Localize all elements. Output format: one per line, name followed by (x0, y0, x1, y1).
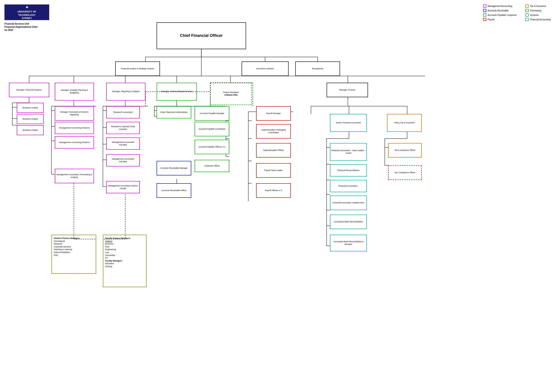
policy-tax-insurance-box: Policy, Tax & Insurance (387, 114, 422, 132)
ap-officers-box: Accounts Payable Officers X 4 (195, 140, 229, 154)
ar-manager-box: Accounts Receivable Manager (157, 161, 191, 175)
payroll-manager-box: Payroll Manager (256, 106, 291, 121)
business-analyst-2-box: Business Analyst (17, 114, 44, 124)
legend-payroll: Payroll (483, 18, 517, 21)
legend-ar: Accounts Receivable (483, 9, 517, 12)
mgmt-acct-forecasting-box: Management Accountant, Forecasting & Ana… (55, 169, 94, 183)
mgr-strategic-planning-box: Manager, Strategic Planning & Budgeting (55, 83, 94, 100)
ap-manager-box: Accounts Payable Manager (195, 106, 229, 121)
research-accountant-box: Research Accountant (106, 106, 140, 118)
ap-coordinator-box: Accounts Payable Coordinator (195, 122, 229, 136)
accountant-bank-recon-box: Accountant Bank Reconciliations (330, 214, 367, 229)
project-managers-box: Project Managers CONSULTING (210, 83, 252, 105)
mgr-financial-systems-box: Manager, Financial Systems (9, 83, 49, 97)
mgmt-acct-divisions-1-box: Management Accounting Divisions (55, 122, 94, 134)
legend-systems: Systems (526, 14, 550, 16)
payroll-team-leader-box: Payroll Team Leader (256, 163, 291, 178)
faculty-finance-managers-box: Faculty Finance Managers Science Busines… (103, 235, 146, 287)
logo: ✦ UNIVERSITY OFTECHNOLOGYSYDNEY (5, 5, 49, 20)
mgr-reporting-box: Manager, Reporting & Analysis (106, 83, 146, 100)
division-finance-managers-box: Division Finance Managers International … (51, 235, 96, 274)
logo-text: ✦ UNIVERSITY OFTECHNOLOGYSYDNEY (17, 5, 36, 20)
financial-acct-student-fees-box: Financial Accountant -Student Fees (330, 196, 367, 210)
senior-financial-accountant-box: Senior Financial Accountant (330, 114, 367, 132)
tax-insurance-officer-box: Tax & Insurance Officer (388, 143, 422, 157)
super-officer-box: Superannuation Officer (256, 143, 291, 157)
legend-col-2: Tax & Insurance Purchasing Systems Finan… (526, 5, 550, 21)
business-analyst-3-box: Business Analyst (17, 125, 44, 135)
super-packaging-box: Superannuation Packaging Coordinator (256, 124, 291, 139)
mgr-exec-divisions-box: Manager, Executive & Divisions Reporting (55, 106, 94, 121)
cfo-box: Chief Financial Officer (157, 22, 246, 49)
legend-purchasing: Purchasing (526, 9, 550, 12)
financial-reconciliations-box: Financial Reconciliations (330, 164, 367, 177)
header-subtitle: Financial Services Unit Proposed Organis… (5, 22, 37, 32)
legend-ap: Accounts Payable/ I-expense (483, 14, 517, 16)
ar-officer-box: Accounts Receivable Officer (157, 183, 191, 198)
financial-acct-team-leader-box: Financial Accountant – Team Leader – Ass… (330, 143, 367, 161)
mgr-finance-shared-box: Manager, Finance Shared Services (157, 83, 197, 100)
mgmt-acct-divisions-2-box: Management Accounting Divisions (55, 136, 94, 149)
business-analyst-1-box: Business Analyst (17, 103, 44, 113)
order-placement-box: Order Placement Administrator (157, 106, 191, 118)
executive-assistant-box: Executive Assistant (241, 61, 289, 76)
payroll-officers-box: Payroll Officers X 5 (256, 183, 291, 198)
legend-financial-accounting: Financial Accounting (526, 18, 550, 21)
tax-compliance-officer-box: Tax Compliance Officer (388, 165, 422, 180)
mgmt-acct-faculties-2-box: Management Accountant Faculties (106, 154, 140, 166)
receptionist-box: Receptionist (295, 61, 340, 76)
financial-accountant-blank-box: Financial Accountant - (330, 180, 367, 192)
accountant-bank-receipts-box: Accountant Bank Reconciliation & Receipt… (330, 235, 367, 251)
legend: Management Accounting Accounts Receivabl… (483, 5, 550, 21)
mgmt-acct-science-box: Management Accountant Science Faculty (106, 181, 140, 193)
i-expense-officer-box: I-Expense Officer (195, 160, 229, 172)
mgr-finance-box: Manager, Finance (327, 83, 368, 97)
mgmt-acct-faculties-1-box: Management Accountant Faculties (106, 137, 140, 150)
research-special-funds-box: Research & Special Funds Assistant (106, 122, 140, 134)
financial-analyst-box: Financial Analyst & Strategic Projects (115, 61, 160, 76)
legend-tax: Tax & Insurance (526, 5, 550, 7)
legend-col-1: Management Accounting Accounts Receivabl… (483, 5, 517, 21)
legend-mgmt-accounting: Management Accounting (483, 5, 517, 7)
